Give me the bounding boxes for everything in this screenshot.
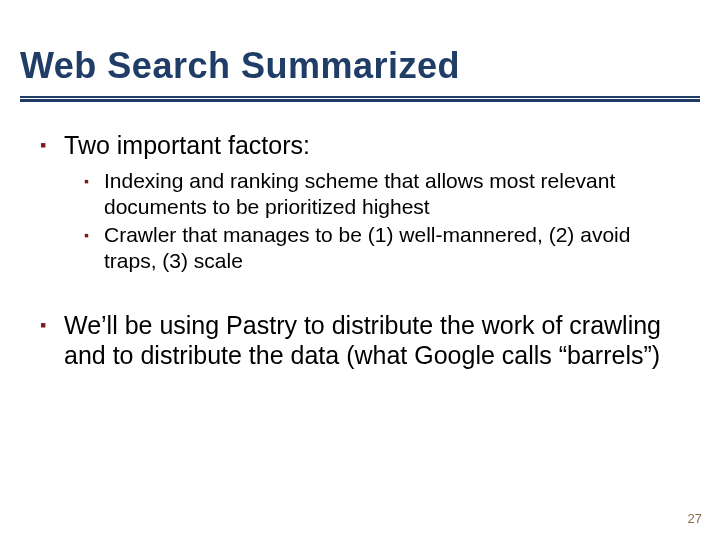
title-underline <box>20 96 700 102</box>
slide-title: Web Search Summarized <box>20 45 460 87</box>
square-bullet-icon: ▪ <box>40 130 54 160</box>
bullet-level2: ▪ Crawler that manages to be (1) well-ma… <box>84 222 680 274</box>
spacer <box>40 280 680 310</box>
square-bullet-icon: ▪ <box>84 168 96 194</box>
bullet-text: Crawler that manages to be (1) well-mann… <box>104 222 680 274</box>
square-bullet-icon: ▪ <box>84 222 96 248</box>
rule-thick <box>20 99 700 102</box>
bullet-text: Two important factors: <box>64 130 310 160</box>
bullet-text: We’ll be using Pastry to distribute the … <box>64 310 680 370</box>
bullet-text: Indexing and ranking scheme that allows … <box>104 168 680 220</box>
bullet-level2: ▪ Indexing and ranking scheme that allow… <box>84 168 680 220</box>
square-bullet-icon: ▪ <box>40 310 54 340</box>
slide-body: ▪ Two important factors: ▪ Indexing and … <box>40 130 680 378</box>
sub-bullet-group: ▪ Indexing and ranking scheme that allow… <box>84 168 680 274</box>
bullet-level1: ▪ We’ll be using Pastry to distribute th… <box>40 310 680 370</box>
rule-thin <box>20 96 700 98</box>
slide: Web Search Summarized ▪ Two important fa… <box>0 0 720 540</box>
bullet-level1: ▪ Two important factors: <box>40 130 680 160</box>
page-number: 27 <box>688 511 702 526</box>
